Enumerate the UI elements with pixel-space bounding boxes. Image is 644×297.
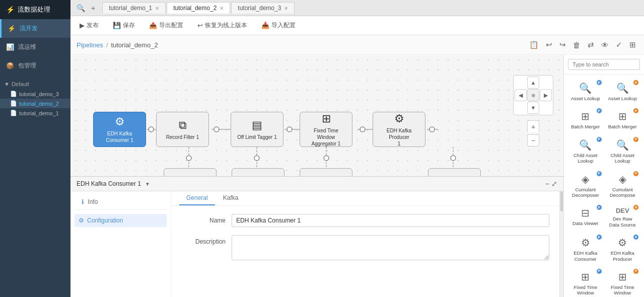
- tree-item-tutorial_demo_1[interactable]: 📄 tutorial_demo_1: [0, 108, 70, 118]
- sidebar-label-流开发: 流开发: [20, 24, 38, 33]
- export-config-button[interactable]: 📤 导出配置: [146, 20, 186, 31]
- nav-right-btn[interactable]: ▶: [540, 89, 552, 101]
- copy-btn[interactable]: 📋: [527, 39, 541, 50]
- panel-tab-row: ℹ Info: [75, 195, 167, 210]
- child-asset-label-1: Child Asset Lookup: [570, 153, 601, 164]
- minimize-panel-btn[interactable]: −: [545, 180, 549, 188]
- component-dev-raw-data-source[interactable]: P DEV Dev Raw Data Source: [605, 203, 640, 231]
- component-asset-lookup-blue[interactable]: P 🔍 Asset Lookup: [568, 79, 603, 105]
- fixed-time-label-1: Fixed Time Window: [570, 284, 601, 296]
- component-child-asset-lookup-blue[interactable]: P 🔍 Child Asset Lookup: [568, 135, 603, 168]
- component-fixed-time-window-blue[interactable]: P ⊞ Fixed Time Window: [568, 267, 603, 297]
- node-data-viewer-4[interactable]: ⊟ Data Viewer 4: [428, 168, 481, 176]
- child-asset-icon-2: 🔍: [616, 139, 629, 151]
- node-data-viewer-1[interactable]: ⊟ Data Viewer 1: [164, 168, 217, 176]
- tab-close-2[interactable]: ✕: [220, 6, 224, 11]
- child-asset-badge-2: P: [633, 137, 638, 142]
- node-fixed-time-window-1[interactable]: ⊞ Fixed Time WindowAggregator 1: [300, 112, 352, 147]
- app-title: 流数据处理: [18, 5, 50, 14]
- node-data-viewer-3[interactable]: ⊟ Data Viewer 3: [300, 168, 352, 176]
- nav-left-btn[interactable]: ◀: [515, 89, 527, 101]
- form-description-row: Description: [181, 235, 549, 260]
- node-edh-kafka-producer-1[interactable]: ⚙ EDH Kafka Producer1: [373, 112, 425, 147]
- pipeline-canvas[interactable]: ⚙ EDH KafkaConsumer 1 ⧉ Record Filter 1 …: [70, 55, 563, 176]
- node-data-viewer-2[interactable]: ⊟ Data Viewer 2: [232, 168, 284, 176]
- component-asset-lookup-orange[interactable]: P 🔍 Asset Lookup: [605, 79, 640, 105]
- nav-up-btn[interactable]: ▲: [527, 77, 539, 89]
- tab-close-1[interactable]: ✕: [155, 6, 159, 11]
- component-batch-merger-orange[interactable]: P ⊞ Batch Merger: [605, 107, 640, 133]
- eye-btn[interactable]: 👁: [599, 40, 611, 50]
- batch-merger-badge-2: P: [633, 108, 638, 113]
- panel-controls: − ⤢: [545, 180, 557, 188]
- kafka-producer-label: EDH Kafka Producer1: [377, 127, 421, 147]
- delete-btn[interactable]: 🗑: [571, 40, 583, 50]
- zoom-in-btn[interactable]: +: [527, 120, 539, 132]
- off-limit-tagger-label: Off Limit Tagger 1: [237, 134, 277, 140]
- component-cumulant-decomposer-blue[interactable]: P ◈ Cumulant Decomposer: [568, 170, 603, 202]
- shuffle-btn[interactable]: ⇄: [586, 39, 596, 50]
- data-viewer-4-icon: ⊟: [450, 175, 459, 177]
- publish-button[interactable]: ▶ 发布: [77, 20, 102, 31]
- sidebar-item-流开发[interactable]: ⚡ 流开发: [0, 19, 70, 38]
- node-record-filter-1[interactable]: ⧉ Record Filter 1: [156, 112, 209, 147]
- form-tab-general[interactable]: General: [179, 191, 215, 205]
- add-tab-btn[interactable]: +: [89, 3, 97, 13]
- breadcrumb-tools: 📋 ↩ ↪ 🗑 ⇄ 👁 ✓ ⊞: [527, 39, 638, 50]
- panel-dropdown-arrow[interactable]: ▼: [145, 181, 150, 187]
- name-input[interactable]: [232, 214, 549, 227]
- dev-raw-label: Dev Raw Data Source: [608, 216, 638, 228]
- component-edh-kafka-consumer[interactable]: P ⚙ EDH Kafka Consumer: [568, 233, 603, 265]
- redo-btn[interactable]: ↪: [557, 39, 568, 50]
- import-config-button[interactable]: 📥 导入配置: [258, 20, 299, 31]
- tab-label-3: tutorial_demo_3: [238, 5, 281, 12]
- tab-tutorial_demo_1[interactable]: tutorial_demo_1 ✕: [102, 2, 166, 14]
- tab-tutorial_demo_2[interactable]: tutorial_demo_2 ✕: [167, 2, 230, 14]
- breadcrumb-pipelines[interactable]: Pipelines: [77, 41, 103, 49]
- tree-group-label: Default: [12, 81, 29, 87]
- tab-tutorial_demo_3[interactable]: tutorial_demo_3 ✕: [231, 2, 295, 14]
- expand-panel-btn[interactable]: ⤢: [551, 180, 557, 188]
- batch-merger-icon-1: ⊞: [581, 110, 590, 122]
- tab-close-3[interactable]: ✕: [284, 6, 288, 11]
- component-search-input[interactable]: [568, 59, 640, 70]
- restore-online-button[interactable]: ↩ 恢复为线上版本: [194, 20, 250, 31]
- sidebar-header: ⚡ 流数据处理: [0, 0, 70, 19]
- sidebar-item-流运维[interactable]: 📊 流运维: [0, 38, 70, 56]
- search-tab-btn[interactable]: 🔍: [75, 3, 87, 13]
- sidebar-item-包管理[interactable]: 📦 包管理: [0, 56, 70, 75]
- panel-nav: ⚙ Configuration: [75, 214, 167, 227]
- component-fixed-time-window-orange[interactable]: P ⊞ Fixed Time Window: [605, 267, 640, 297]
- panel-nav-configuration[interactable]: ⚙ Configuration: [75, 214, 167, 227]
- node-off-limit-tagger-1[interactable]: ▤ Off Limit Tagger 1: [231, 112, 283, 147]
- component-cumulant-decomposer-orange[interactable]: P ◈ Cumulant Decompose: [605, 170, 640, 202]
- record-filter-label: Record Filter 1: [166, 134, 199, 140]
- description-textarea[interactable]: [232, 235, 549, 260]
- form-name-row: Name: [181, 214, 549, 227]
- undo-btn[interactable]: ↩: [544, 39, 554, 50]
- zoom-out-btn[interactable]: −: [527, 134, 539, 146]
- grid-btn[interactable]: ⊞: [627, 39, 638, 50]
- check-btn[interactable]: ✓: [614, 39, 624, 50]
- save-button[interactable]: 💾 保存: [110, 20, 138, 31]
- node-edh-kafka-consumer-1[interactable]: ⚙ EDH KafkaConsumer 1: [93, 112, 146, 147]
- panel-scrollbar[interactable]: [559, 191, 563, 297]
- 包管理-icon: 📦: [6, 62, 14, 69]
- nav-down-btn[interactable]: ▼: [527, 102, 539, 114]
- component-child-asset-lookup-orange[interactable]: P 🔍 Child Asset Lookup: [605, 135, 640, 168]
- tree-item-tutorial_demo_3[interactable]: 📄 tutorial_demo_3: [0, 89, 70, 99]
- tab-info[interactable]: ℹ Info: [75, 195, 105, 209]
- form-tab-kafka[interactable]: Kafka: [216, 191, 246, 205]
- tree-collapse-icon[interactable]: ▼: [4, 81, 10, 87]
- tab-label-2: tutorial_demo_2: [173, 5, 217, 12]
- file-icon-active: 📄: [10, 100, 17, 107]
- component-data-viewer[interactable]: P ⊟ Data Viewer: [568, 203, 603, 231]
- edh-kafka-producer-comp-label: EDH Kafka Producer: [608, 250, 638, 262]
- component-batch-merger-blue[interactable]: P ⊞ Batch Merger: [568, 107, 603, 133]
- nav-controls: ▲ ◀ ⊕ ▶ ▼ + −: [513, 75, 553, 146]
- panel-title: EDH Kafka Consumer 1: [77, 180, 141, 187]
- tree-item-tutorial_demo_2[interactable]: 📄 tutorial_demo_2: [0, 99, 70, 108]
- file-icon: 📄: [10, 91, 17, 97]
- component-edh-kafka-producer[interactable]: P ⚙ EDH Kafka Producer: [605, 233, 640, 265]
- publish-icon: ▶: [80, 22, 85, 29]
